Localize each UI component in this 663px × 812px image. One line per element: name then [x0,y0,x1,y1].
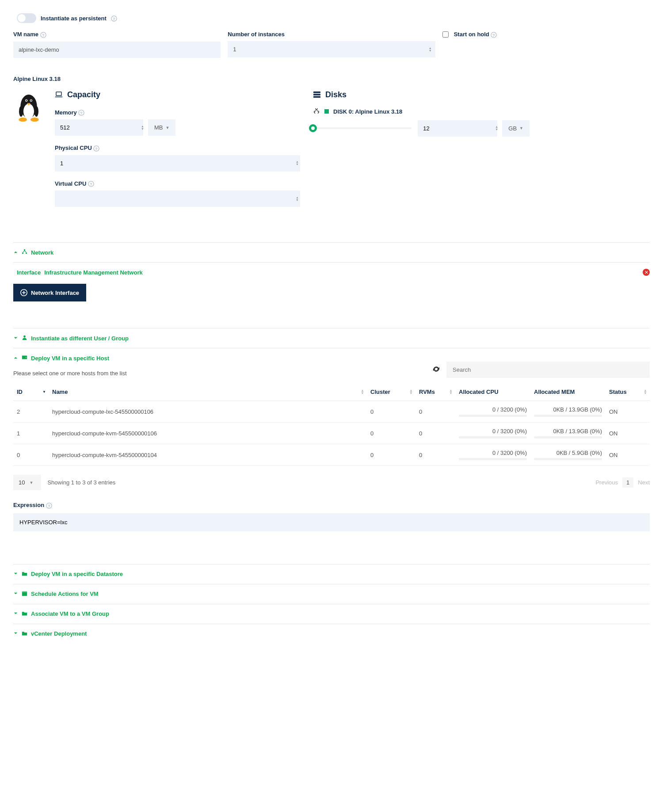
chevron-down-icon [13,630,18,637]
persistent-label: Instantiate as persistent [41,15,107,22]
svg-text:?: ? [90,182,92,187]
refresh-button[interactable] [432,366,440,374]
folder-icon [22,571,27,578]
host-table: ID▼ Name▲▼ Cluster▲▼ RVMs▲▼ Allocated CP… [13,383,650,466]
stepper-icon[interactable]: ▲▼ [495,126,498,131]
svg-point-26 [24,249,25,251]
pager-prev[interactable]: Previous [595,479,618,486]
remove-interface-button[interactable]: ✕ [643,269,650,276]
diff-user-toggle[interactable]: Instantiate as different User / Group [13,335,650,342]
host-search-input[interactable] [446,362,650,378]
folder-icon [22,630,27,637]
table-row[interactable]: 0hypercloud-compute-kvm-54550000010400 0… [13,444,650,466]
disk-unit-select[interactable]: GB▼ [502,120,530,137]
col-id[interactable]: ID▼ [13,383,49,401]
vcenter-toggle[interactable]: vCenter Deployment [13,630,650,637]
svg-point-14 [19,106,23,117]
chevron-up-icon [13,249,18,256]
vm-name-input[interactable] [13,42,221,58]
svg-point-10 [26,100,27,101]
chevron-up-icon [13,355,18,362]
svg-point-15 [34,106,38,117]
vcpu-label: Virtual CPU ? [55,180,302,187]
sort-icon: ▲▼ [361,389,364,395]
stepper-icon[interactable]: ▲▼ [296,196,299,202]
sort-icon: ▲▼ [409,389,413,395]
expression-label: Expression ? [13,502,650,509]
help-icon[interactable]: ? [88,180,94,187]
pcpu-label: Physical CPU ? [55,145,302,152]
svg-text:?: ? [80,111,83,115]
vcpu-input[interactable] [55,191,300,207]
col-cluster[interactable]: Cluster▲▼ [367,383,415,401]
chevron-down-icon [13,571,18,577]
expression-input[interactable] [13,513,650,531]
user-icon [22,335,27,342]
schedule-toggle[interactable]: Schedule Actions for VM [13,591,650,598]
stepper-icon[interactable]: ▲▼ [296,160,299,166]
disk-status-indicator [324,109,329,114]
svg-rect-16 [56,92,61,95]
start-on-hold-checkbox[interactable] [442,31,449,38]
svg-text:?: ? [42,33,44,37]
svg-point-7 [23,103,34,119]
pager-current[interactable]: 1 [622,477,633,488]
pager-next[interactable]: Next [638,479,650,486]
disks-header: Disks [313,90,530,99]
template-name: Alpine Linux 3.18 [13,76,650,82]
disk-size-slider[interactable] [313,127,412,129]
col-status[interactable]: Status▲▼ [606,383,650,401]
svg-text:?: ? [113,16,115,21]
hdd-icon [22,355,27,362]
capacity-header: Capacity [55,90,302,99]
sort-icon: ▲▼ [644,389,647,395]
stepper-icon[interactable]: ▲▼ [429,47,432,52]
table-row[interactable]: 1hypercloud-compute-kvm-54550000010600 0… [13,423,650,444]
network-section-toggle[interactable]: Network [13,249,650,256]
caret-down-icon: ▼ [166,126,170,130]
chevron-down-icon [13,591,18,597]
svg-point-30 [23,335,26,338]
help-icon[interactable]: ? [491,31,497,38]
help-icon[interactable]: ? [93,145,99,151]
num-instances-label: Number of instances [228,31,435,38]
col-cpu[interactable]: Allocated CPU [455,383,530,401]
sort-icon: ▲▼ [449,389,453,395]
interface-toggle[interactable]: Interface Infrastructure Management Netw… [13,269,143,276]
deploy-host-toggle[interactable]: Deploy VM in a specific Host [13,355,650,362]
plus-circle-icon [20,289,27,296]
network-icon [22,249,27,256]
num-instances-input[interactable] [228,41,435,57]
help-icon[interactable]: ? [40,31,46,38]
svg-rect-36 [22,591,27,592]
memory-input[interactable] [55,119,143,136]
svg-point-11 [30,100,32,101]
server-icon [313,91,321,98]
memory-unit-select[interactable]: MB▼ [148,119,175,136]
vm-group-toggle[interactable]: Associate VM to a VM Group [13,610,650,618]
persistent-toggle[interactable] [17,13,36,23]
stepper-icon[interactable]: ▲▼ [141,125,144,130]
pcpu-input[interactable] [55,155,300,172]
disk-size-input[interactable] [418,120,497,137]
network-section-label: Network [31,249,53,256]
tux-icon [13,90,44,126]
table-row[interactable]: 2hypercloud-compute-lxc-54550000010600 0… [13,401,650,423]
svg-point-13 [30,118,39,122]
memory-label: Memory ? [55,109,302,116]
folder-icon [22,610,27,618]
deploy-ds-toggle[interactable]: Deploy VM in a specific Datastore [13,571,650,578]
add-nic-button[interactable]: Network Interface [13,284,86,301]
svg-point-12 [19,118,27,122]
start-on-hold-label: Start on hold ? [454,31,497,38]
col-name[interactable]: Name▲▼ [49,383,367,401]
caret-down-icon: ▼ [519,126,523,130]
slider-thumb[interactable] [309,124,317,132]
help-icon[interactable]: ? [46,502,52,508]
col-rvms[interactable]: RVMs▲▼ [415,383,455,401]
help-icon[interactable]: ? [111,15,117,22]
help-icon[interactable]: ? [78,109,84,116]
svg-text:?: ? [493,33,495,37]
col-mem[interactable]: Allocated MEM [530,383,606,401]
page-size-select[interactable]: 10▼ [13,475,41,490]
